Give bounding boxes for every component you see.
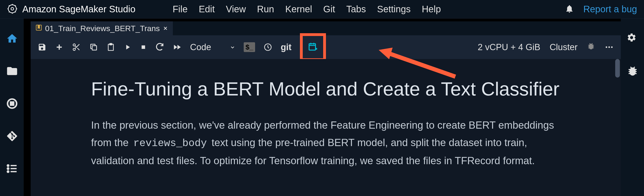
bookmark-icon: [35, 24, 42, 33]
run-icon[interactable]: [124, 43, 132, 51]
svg-point-31: [606, 46, 607, 48]
notifications-bell-icon[interactable]: [565, 4, 574, 14]
compute-label[interactable]: 2 vCPU + 4 GiB: [478, 42, 540, 52]
chevron-down-icon: [230, 42, 235, 52]
restart-icon[interactable]: [155, 43, 164, 52]
folder-icon[interactable]: [6, 65, 18, 77]
cluster-label[interactable]: Cluster: [550, 42, 578, 52]
svg-point-8: [7, 171, 9, 172]
menu-settings[interactable]: Settings: [377, 4, 411, 14]
add-cell-icon[interactable]: [55, 43, 64, 52]
tab-close-icon[interactable]: [163, 25, 168, 32]
svg-rect-3: [11, 102, 14, 105]
app-title: Amazon SageMaker Studio: [22, 4, 136, 14]
cell-type-label: Code: [190, 42, 211, 52]
cell-type-dropdown[interactable]: Code: [190, 42, 235, 52]
svg-point-4: [7, 165, 9, 166]
menu-tabs[interactable]: Tabs: [346, 4, 366, 14]
tab-name: 01_Train_Reviews_BERT_Trans: [45, 24, 160, 33]
terminal-icon[interactable]: $_: [244, 42, 255, 52]
report-bug-link[interactable]: Report a bug: [583, 4, 637, 14]
top-right-section: Report a bug: [565, 4, 637, 14]
cut-icon[interactable]: [72, 43, 81, 52]
svg-point-16: [73, 48, 76, 51]
scrollbar-thumb[interactable]: [615, 59, 620, 78]
clock-icon[interactable]: [264, 43, 272, 52]
copy-icon[interactable]: [89, 43, 98, 52]
bug-icon[interactable]: [587, 42, 595, 52]
debug-icon[interactable]: [626, 65, 638, 77]
notebook-paragraph: In the previous section, we've already p…: [91, 116, 565, 169]
main-content: 01_Train_Reviews_BERT_Trans: [0, 18, 644, 196]
svg-rect-22: [110, 44, 112, 45]
svg-point-15: [73, 44, 76, 46]
notebook-heading: Fine-Tuning a BERT Model and Create a Te…: [91, 78, 565, 100]
menu-kernel[interactable]: Kernel: [285, 4, 312, 14]
sagemaker-logo-icon: [7, 4, 18, 15]
paste-icon[interactable]: [106, 43, 115, 52]
menu-file[interactable]: File: [172, 4, 188, 14]
notebook-content: Fine-Tuning a BERT Model and Create a Te…: [31, 59, 621, 196]
menu-help[interactable]: Help: [422, 4, 441, 14]
fast-forward-icon[interactable]: [172, 42, 182, 52]
home-icon[interactable]: [6, 32, 18, 44]
svg-line-19: [75, 46, 76, 47]
svg-point-33: [611, 46, 613, 48]
svg-line-18: [77, 48, 80, 50]
toc-icon[interactable]: [6, 162, 18, 174]
git-toolbar-label[interactable]: git: [281, 42, 291, 52]
gears-icon[interactable]: [626, 32, 638, 44]
svg-point-0: [11, 8, 14, 10]
svg-point-6: [7, 168, 9, 170]
stop-icon[interactable]: [140, 44, 147, 51]
menu-git[interactable]: Git: [323, 4, 335, 14]
git-icon[interactable]: [6, 130, 18, 142]
schedule-highlight-annotation: [300, 33, 326, 61]
center-area: 01_Train_Reviews_BERT_Trans: [24, 18, 621, 196]
svg-rect-25: [309, 44, 316, 50]
menu-view[interactable]: View: [226, 4, 246, 14]
right-sidebar: [621, 18, 644, 196]
app-title-section: Amazon SageMaker Studio: [7, 4, 136, 15]
menu-items: File Edit View Run Kernel Git Tabs Setti…: [172, 4, 441, 14]
notebook-toolbar: Code $_ git: [31, 35, 621, 59]
svg-rect-23: [142, 46, 145, 49]
svg-rect-20: [92, 46, 97, 50]
svg-point-32: [608, 46, 610, 48]
toolbar-right: 2 vCPU + 4 GiB Cluster: [478, 42, 614, 52]
running-icon[interactable]: [6, 98, 18, 109]
svg-point-1: [8, 5, 16, 13]
code-inline: reviews_body: [132, 137, 209, 150]
schedule-notebook-icon[interactable]: [308, 42, 318, 53]
save-icon[interactable]: [38, 43, 46, 52]
menu-edit[interactable]: Edit: [199, 4, 215, 14]
top-menu-bar: Amazon SageMaker Studio File Edit View R…: [0, 0, 644, 18]
menu-run[interactable]: Run: [257, 4, 274, 14]
more-icon[interactable]: [604, 42, 614, 52]
left-sidebar: [0, 18, 24, 196]
tab-notebook[interactable]: 01_Train_Reviews_BERT_Trans: [31, 21, 173, 35]
